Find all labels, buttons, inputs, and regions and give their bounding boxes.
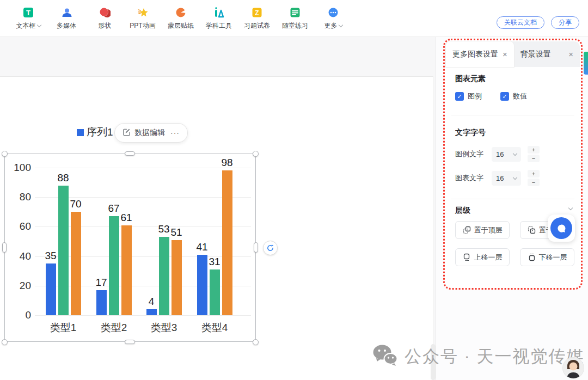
exercise-paper-icon: Z bbox=[251, 7, 263, 19]
x-axis-category-label: 类型1 bbox=[39, 321, 88, 335]
subject-tools-icon bbox=[213, 7, 225, 19]
toolbar-item-classroom-practice[interactable]: 随堂练习 bbox=[282, 7, 308, 30]
y-axis-tick-label: 0 bbox=[8, 309, 31, 321]
move-up-layer-icon bbox=[463, 253, 471, 261]
x-axis-category-label: 类型4 bbox=[190, 321, 239, 335]
toolbar-item-subject-tools[interactable]: 学科工具 bbox=[206, 7, 232, 30]
move-down-layer-button[interactable]: 下移一层 bbox=[520, 248, 574, 266]
y-axis-tick-label: 20 bbox=[8, 280, 31, 292]
canvas-scrollbar[interactable] bbox=[431, 344, 436, 380]
selection-handle-top-right[interactable] bbox=[253, 151, 259, 157]
checkbox-label: 数值 bbox=[513, 91, 527, 101]
chart-text-label: 图表文字 bbox=[455, 173, 485, 183]
close-icon[interactable]: × bbox=[568, 50, 573, 58]
move-up-layer-button[interactable]: 上移一层 bbox=[455, 248, 510, 266]
bar-value-label: 70 bbox=[65, 198, 87, 210]
toolbar-item-label: 随堂练习 bbox=[282, 21, 308, 30]
move-down-layer-icon bbox=[528, 253, 536, 261]
increase-button[interactable]: + bbox=[528, 170, 540, 177]
share-button[interactable]: 分享 bbox=[551, 16, 579, 29]
toolbar-item-label: 蒙层贴纸 bbox=[168, 21, 194, 30]
shapes-icon bbox=[99, 7, 111, 19]
chart-font-size-stepper: + − bbox=[528, 170, 540, 186]
close-icon[interactable]: × bbox=[503, 50, 507, 58]
bar-blue-series-类型2[interactable] bbox=[96, 290, 107, 315]
bar-blue-series-类型1[interactable] bbox=[46, 263, 56, 315]
tab-background-settings[interactable]: 背景设置 bbox=[514, 41, 558, 67]
data-edit-button[interactable]: 数据编辑 ··· bbox=[114, 123, 188, 143]
chart-legend: 序列1 bbox=[77, 125, 113, 139]
selection-handle-bottom-right[interactable] bbox=[253, 339, 259, 345]
toolbar-item-label: 多媒体 bbox=[57, 21, 76, 30]
bar-orange-series-类型1[interactable] bbox=[71, 212, 81, 315]
toolbar-item-label: 更多 bbox=[324, 21, 338, 30]
decrease-button[interactable]: − bbox=[528, 179, 540, 186]
selection-handle-bottom-left[interactable] bbox=[2, 339, 8, 345]
panel-scrollbar[interactable] bbox=[584, 52, 588, 75]
svg-text:Z: Z bbox=[255, 9, 259, 16]
bring-to-front-button[interactable]: 置于顶层 bbox=[455, 221, 510, 239]
chart-font-size-select[interactable]: 16 bbox=[492, 171, 521, 186]
toolbar-item-textbox[interactable]: T 文本框 bbox=[15, 7, 41, 30]
bar-green-series-类型4[interactable] bbox=[210, 269, 220, 315]
chevron-down-icon bbox=[338, 22, 342, 27]
bar-orange-series-类型4[interactable] bbox=[222, 170, 232, 315]
bar-value-label: 61 bbox=[115, 212, 137, 224]
bar-green-series-类型2[interactable] bbox=[109, 216, 119, 315]
bar-orange-series-类型2[interactable] bbox=[121, 225, 132, 315]
selection-handle-top-left[interactable] bbox=[2, 151, 8, 157]
data-edit-label: 数据编辑 bbox=[134, 128, 165, 138]
edit-pencil-icon bbox=[122, 128, 131, 138]
checkbox-values[interactable]: ✓ 数值 bbox=[500, 91, 527, 101]
bar-value-label: 41 bbox=[191, 241, 213, 253]
chart-settings-panel: 更多图表设置 × 背景设置 × 图表元素 ✓ 图例 ✓ 数值 文字字号 图例文字… bbox=[443, 39, 583, 290]
legend-font-size-stepper: + − bbox=[528, 146, 540, 162]
y-axis-tick-label: 100 bbox=[8, 162, 31, 174]
font-size-value: 16 bbox=[496, 174, 504, 182]
section-divider bbox=[451, 115, 574, 115]
toolbar-item-shapes[interactable]: 形状 bbox=[91, 7, 118, 30]
chart-widget-selection[interactable]: 020406080100358870类型1176761类型245351类型341… bbox=[4, 154, 256, 342]
toolbar-item-exercise-paper[interactable]: Z 习题试卷 bbox=[244, 7, 270, 30]
legend-font-size-select[interactable]: 16 bbox=[492, 147, 521, 162]
multimedia-icon bbox=[60, 7, 72, 19]
avatar[interactable] bbox=[562, 357, 584, 379]
bar-value-label: 51 bbox=[166, 226, 187, 238]
chevron-down-icon bbox=[513, 151, 517, 155]
y-axis-tick-label: 40 bbox=[8, 250, 31, 262]
decrease-button[interactable]: − bbox=[528, 155, 540, 162]
bar-orange-series-类型3[interactable] bbox=[171, 240, 182, 315]
more-icon bbox=[327, 7, 339, 19]
link-cloud-doc-button[interactable]: 关联云文档 bbox=[497, 16, 544, 29]
section-title-font-size: 文字字号 bbox=[455, 128, 486, 138]
toolbar-item-more[interactable]: 更多 bbox=[320, 7, 346, 30]
bring-to-front-icon bbox=[463, 226, 471, 234]
textbox-icon: T bbox=[22, 7, 34, 19]
legend-text-label: 图例文字 bbox=[455, 149, 485, 159]
toolbar-item-mask-sticker[interactable]: 蒙层贴纸 bbox=[168, 7, 194, 30]
bar-value-label: 98 bbox=[216, 157, 238, 169]
bar-green-series-类型3[interactable] bbox=[159, 237, 169, 315]
rotate-handle[interactable] bbox=[263, 241, 278, 255]
more-options-dots-icon[interactable]: ··· bbox=[170, 128, 180, 137]
section-divider bbox=[451, 199, 574, 199]
toolbar-item-multimedia[interactable]: 多媒体 bbox=[53, 7, 79, 30]
bar-blue-series-类型3[interactable] bbox=[146, 309, 157, 315]
checkbox-legend[interactable]: ✓ 图例 bbox=[455, 91, 482, 101]
assistant-floating-button[interactable] bbox=[548, 214, 575, 242]
selection-handle-bottom-mid[interactable] bbox=[125, 340, 135, 344]
checkbox-label: 图例 bbox=[468, 91, 482, 101]
toolbar-items: T 文本框 多媒体 形状 PPT动画 蒙层贴纸 bbox=[0, 7, 346, 30]
tab-more-chart-settings[interactable]: 更多图表设置 × bbox=[446, 41, 514, 67]
selection-handle-left-mid[interactable] bbox=[2, 242, 7, 253]
tab-label: 背景设置 bbox=[520, 50, 551, 59]
selection-handle-right-mid[interactable] bbox=[254, 242, 258, 253]
y-axis-tick-label: 60 bbox=[8, 220, 31, 232]
x-axis-category-label: 类型3 bbox=[139, 321, 188, 335]
top-toolbar: T 文本框 多媒体 形状 PPT动画 蒙层贴纸 bbox=[0, 0, 588, 37]
chevron-down-icon[interactable] bbox=[568, 206, 573, 210]
toolbar-item-ppt-animation[interactable]: PPT动画 bbox=[130, 7, 156, 30]
selection-handle-top-mid[interactable] bbox=[125, 151, 135, 156]
increase-button[interactable]: + bbox=[528, 146, 540, 154]
x-axis-category-label: 类型2 bbox=[89, 321, 138, 335]
